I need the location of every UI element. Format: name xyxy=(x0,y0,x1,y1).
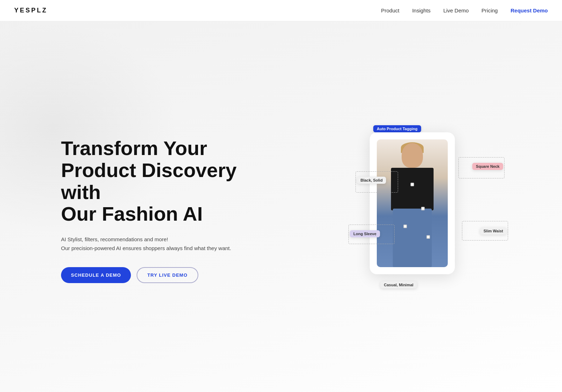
logo[interactable]: YESPLZ xyxy=(14,7,48,14)
nav-insights[interactable]: Insights xyxy=(412,7,431,13)
shirt xyxy=(391,168,434,210)
nav-request-demo[interactable]: Request Demo xyxy=(511,7,548,13)
hero-copy: Transform Your Product Discovery with Ou… xyxy=(61,137,246,283)
nav-product[interactable]: Product xyxy=(381,7,400,13)
casual-minimal-label: Casual, Minimal xyxy=(380,281,417,288)
square-neck-label: Square Neck xyxy=(472,163,503,170)
try-live-demo-button[interactable]: TRY LIVE DEMO xyxy=(137,267,198,283)
dot-marker-4 xyxy=(426,235,430,239)
dot-marker-2 xyxy=(421,207,425,210)
hero-section: Transform Your Product Discovery with Ou… xyxy=(0,0,562,392)
phone-card xyxy=(370,132,455,274)
hero-buttons: SCHEDULE A DEMO TRY LIVE DEMO xyxy=(61,267,246,283)
dot-marker-1 xyxy=(411,183,414,186)
nav-pricing[interactable]: Pricing xyxy=(481,7,498,13)
schedule-demo-button[interactable]: SCHEDULE A DEMO xyxy=(61,267,131,283)
hero-title: Transform Your Product Discovery with Ou… xyxy=(61,137,246,225)
head xyxy=(402,143,423,168)
fashion-figure xyxy=(377,139,448,267)
navbar: YESPLZ Product Insights Live Demo Pricin… xyxy=(0,0,562,21)
jeans xyxy=(393,209,432,267)
auto-product-tagging-label: Auto Product Tagging xyxy=(373,125,421,132)
hero-subtitle: AI Stylist, filters, recommendations and… xyxy=(61,235,246,253)
nav-live-demo[interactable]: Live Demo xyxy=(443,7,469,13)
hero-inner: Transform Your Product Discovery with Ou… xyxy=(33,93,529,320)
nav-links: Product Insights Live Demo Pricing Reque… xyxy=(381,7,548,13)
slim-waist-label: Slim Waist xyxy=(480,227,507,234)
hero-illustration: Auto Product Tagging Black, Solid xyxy=(352,122,501,299)
black-solid-label: Black, Solid xyxy=(357,177,386,184)
dot-marker-3 xyxy=(403,225,407,228)
long-sleeve-label: Long Sleeve xyxy=(350,230,380,237)
